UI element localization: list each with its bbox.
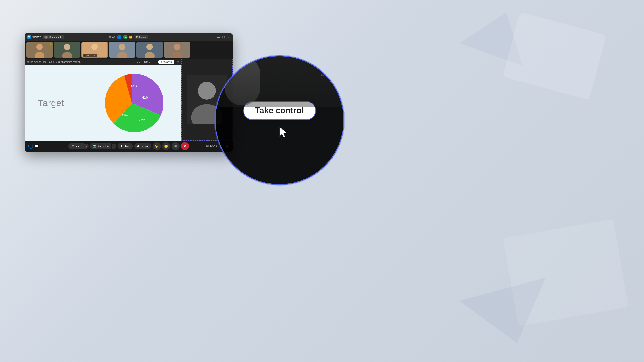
svg-text:34%: 34% bbox=[139, 118, 145, 122]
apps-label: Apps bbox=[210, 144, 217, 148]
stop-video-label: Stop video bbox=[97, 145, 109, 147]
pie-chart: 41% 34% 13% 12% bbox=[100, 72, 163, 134]
svg-point-1 bbox=[35, 52, 44, 58]
svg-point-8 bbox=[146, 44, 153, 50]
close-button[interactable]: ✕ bbox=[227, 35, 230, 39]
svg-text:41%: 41% bbox=[142, 96, 148, 99]
thumb-bg-4 bbox=[109, 42, 135, 58]
layout-label: Layout bbox=[139, 36, 146, 38]
presentation-area: You're viewing Umar Patel's Local onboar… bbox=[24, 58, 181, 141]
participant-name-3: Sofia Gomez bbox=[86, 54, 96, 56]
record-button[interactable]: ⏺ Record bbox=[134, 143, 151, 149]
apps-icon: ⊞ bbox=[206, 144, 209, 148]
participant-thumb-5[interactable] bbox=[136, 42, 163, 58]
zoom-in-button[interactable]: + bbox=[150, 60, 152, 63]
chat-icon: 💬 bbox=[35, 144, 39, 148]
thumb-label-3: 🎤 Sofia Gomez bbox=[83, 54, 97, 56]
svg-text:12%: 12% bbox=[130, 84, 137, 88]
record-icon: ⏺ bbox=[137, 145, 140, 148]
thumb-lock-1: 🔒 bbox=[49, 43, 52, 45]
zoom-circle: Take control bbox=[215, 55, 344, 185]
thumb-bg-2 bbox=[54, 42, 80, 58]
participant-thumb-4[interactable] bbox=[109, 42, 135, 58]
viewing-text: You're viewing Umar Patel's Local onboar… bbox=[27, 61, 82, 63]
bottom-toolbar: 💬 ▾ 🎤 Mute ▾ 📷 Stop video ▾ bbox=[24, 141, 232, 151]
thumb-bg-1 bbox=[26, 42, 53, 58]
mic-icon: 🎤 bbox=[71, 145, 74, 148]
chat-chevron: ▾ bbox=[39, 145, 40, 147]
svg-point-7 bbox=[117, 52, 127, 58]
svg-point-6 bbox=[119, 44, 125, 50]
avatar-1: UP bbox=[117, 35, 121, 39]
maximize-button[interactable]: □ bbox=[223, 35, 224, 39]
toolbar-center: 🎤 Mute ▾ 📷 Stop video ▾ ⬆ Share ⏺ bbox=[68, 142, 189, 150]
slide-title: Target bbox=[38, 98, 64, 108]
webex-icon: W bbox=[27, 35, 31, 39]
svg-text:13%: 13% bbox=[122, 113, 128, 117]
reactions-button[interactable]: 🖐 bbox=[153, 142, 161, 150]
webex-window: W Webex ℹ Meeting info 12:40 UP SG 📶 ⊞ L… bbox=[24, 33, 232, 151]
title-bar-center: 12:40 UP SG 📶 ⊞ Layout bbox=[109, 35, 148, 39]
participant-thumb-6[interactable] bbox=[164, 42, 190, 58]
thumb-bg-5 bbox=[136, 42, 163, 58]
page-nav: ‹ 2 › bbox=[128, 60, 135, 63]
take-control-button[interactable]: Take control bbox=[158, 60, 174, 64]
svg-point-4 bbox=[92, 44, 98, 50]
layout-button[interactable]: ⊞ Layout bbox=[134, 35, 148, 39]
apps-button[interactable]: ⊞ Apps bbox=[206, 144, 217, 148]
svg-point-0 bbox=[36, 44, 43, 50]
participant-thumb-3[interactable]: 🎤 Sofia Gomez bbox=[82, 42, 108, 58]
mute-button-group: 🎤 Mute ▾ bbox=[68, 143, 88, 149]
participant-strip: 🔒 🎤 Sofia Gomez bbox=[24, 41, 232, 58]
person-figure bbox=[224, 56, 260, 105]
svg-point-9 bbox=[145, 52, 154, 58]
zoom-out-button[interactable]: − bbox=[141, 60, 143, 63]
avatar-2: SG bbox=[123, 35, 128, 39]
zoom-control: − 100% + bbox=[141, 60, 152, 63]
title-bar-left: W Webex ℹ Meeting info bbox=[27, 35, 64, 39]
cursor-icon bbox=[278, 126, 290, 139]
svg-point-2 bbox=[64, 44, 70, 50]
expand-icon bbox=[321, 70, 328, 78]
svg-point-3 bbox=[62, 52, 72, 58]
mic-icon-3: 🎤 bbox=[84, 54, 86, 56]
mute-button[interactable]: 🎤 Mute bbox=[68, 143, 84, 149]
end-call-button[interactable]: ✕ bbox=[181, 142, 189, 150]
meeting-info-label: Meeting info bbox=[49, 36, 62, 38]
stop-video-button-group: 📷 Stop video ▾ bbox=[90, 143, 116, 149]
window-controls: — □ ✕ bbox=[216, 35, 230, 39]
meeting-info-button[interactable]: ℹ Meeting info bbox=[43, 35, 64, 39]
share-label: Share bbox=[124, 145, 130, 147]
chat-button[interactable]: 💬 ▾ bbox=[35, 144, 40, 148]
next-page-button[interactable]: › bbox=[133, 60, 135, 63]
main-content: You're viewing Umar Patel's Local onboar… bbox=[24, 58, 232, 141]
time-display: 12:40 bbox=[109, 36, 115, 38]
svg-point-10 bbox=[174, 44, 180, 50]
share-button[interactable]: ⬆ Share bbox=[118, 143, 133, 149]
title-bar: W Webex ℹ Meeting info 12:40 UP SG 📶 ⊞ L… bbox=[24, 33, 232, 41]
mute-dropdown-button[interactable]: ▾ bbox=[84, 144, 88, 149]
video-icon: 📷 bbox=[92, 145, 96, 148]
mute-label: Mute bbox=[75, 145, 81, 147]
thumb-bg-6 bbox=[164, 42, 190, 58]
webex-label: Webex bbox=[32, 35, 41, 39]
grid-view-icon[interactable]: ⊞ bbox=[154, 60, 156, 63]
fit-screen-icon[interactable]: ⛶ bbox=[137, 60, 140, 63]
sync-button[interactable]: ↺ bbox=[177, 61, 179, 63]
stop-video-button[interactable]: 📷 Stop video bbox=[90, 143, 111, 149]
more-button[interactable]: ••• bbox=[172, 142, 180, 150]
minimize-button[interactable]: — bbox=[217, 35, 220, 39]
info-icon: ℹ bbox=[44, 35, 48, 39]
svg-point-17 bbox=[198, 82, 216, 100]
stop-video-dropdown-button[interactable]: ▾ bbox=[112, 144, 116, 149]
emoji-button[interactable]: 😊 bbox=[162, 142, 170, 150]
layout-icon: ⊞ bbox=[136, 36, 138, 39]
prev-page-button[interactable]: ‹ bbox=[128, 60, 130, 63]
participant-thumb-1[interactable]: 🔒 bbox=[26, 42, 53, 58]
record-label: Record bbox=[141, 145, 148, 147]
zoom-percent: 100% bbox=[144, 61, 150, 63]
presentation-toolbar: You're viewing Umar Patel's Local onboar… bbox=[24, 58, 181, 65]
webex-logo: W Webex bbox=[27, 35, 41, 39]
share-icon: ⬆ bbox=[120, 145, 122, 148]
participant-thumb-2[interactable] bbox=[54, 42, 80, 58]
